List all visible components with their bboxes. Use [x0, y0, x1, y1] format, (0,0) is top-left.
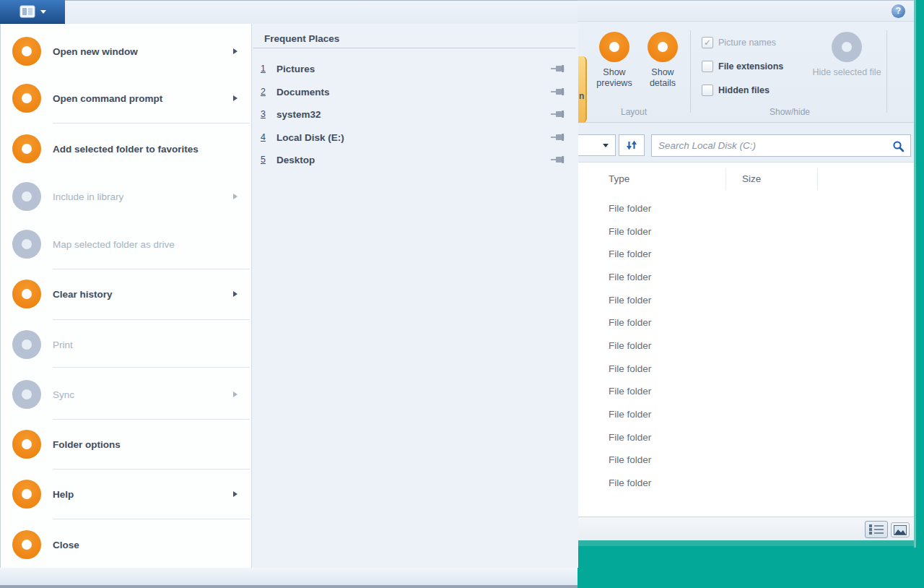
clipped-button-text: n — [579, 91, 584, 101]
checkbox[interactable]: ✓ — [702, 85, 713, 96]
menu-top-strip — [65, 0, 578, 24]
chevron-down-icon — [40, 10, 46, 14]
show-details-button[interactable]: Show details — [639, 32, 687, 89]
menu-item-map-selected-folder-as-drive[interactable]: Map selected folder as drive — [1, 221, 250, 267]
jumplist-item-local-disk-e[interactable]: 4 Local Disk (E:) — [253, 127, 575, 147]
address-dropdown-button[interactable] — [578, 134, 616, 156]
file-row-type-cell[interactable]: File folder — [609, 248, 651, 263]
submenu-arrow-icon — [233, 95, 237, 101]
file-menu-icon — [19, 5, 35, 18]
checkbox-label: File extensions — [718, 61, 783, 72]
pin-icon[interactable] — [551, 88, 567, 95]
menu-item-clear-history[interactable]: Clear history — [1, 271, 250, 317]
menu-item-include-in-library[interactable]: Include in library — [1, 173, 250, 220]
menu-item-print[interactable]: Print — [1, 321, 250, 368]
menu-separator — [53, 319, 250, 320]
file-row-type-cell[interactable]: File folder — [609, 295, 651, 309]
layout-group-label: Layout — [578, 107, 690, 117]
pin-icon[interactable] — [551, 134, 567, 141]
jumplist-item-label: Pictures — [276, 64, 551, 74]
show-hide-group-label: Show/hide — [693, 107, 886, 117]
menu-item-open-command-prompt[interactable]: Open command prompt — [1, 75, 250, 121]
column-separator[interactable] — [817, 168, 818, 190]
jumplist-item-label: Documents — [276, 87, 551, 98]
show-previews-button[interactable]: Show previews — [590, 32, 638, 89]
file-row-type-cell[interactable]: File folder — [609, 203, 651, 217]
menu-item-icon — [12, 430, 41, 459]
submenu-arrow-icon — [233, 48, 237, 54]
checkbox-file-extensions[interactable]: ✓ File extensions — [702, 60, 783, 73]
thumbnails-view-icon — [894, 525, 907, 535]
menu-item-icon — [12, 530, 41, 559]
checkbox[interactable]: ✓ — [702, 61, 713, 72]
file-row-type-cell[interactable]: File folder — [609, 363, 651, 378]
jumplist-item-desktop[interactable]: 5 Desktop — [253, 150, 575, 170]
menu-item-close[interactable]: Close — [1, 522, 250, 568]
file-row-type-cell[interactable]: File folder — [609, 340, 651, 355]
menu-item-label: Add selected folder to favorites — [53, 144, 233, 155]
menu-separator — [53, 367, 250, 368]
details-view-button[interactable] — [865, 521, 888, 538]
help-icon[interactable]: ? — [892, 4, 905, 18]
menu-item-folder-options[interactable]: Folder options — [1, 421, 250, 467]
window-frame-edge — [578, 540, 914, 546]
column-header-size[interactable]: Size — [742, 173, 761, 184]
ribbon-button-label: Show previews — [590, 67, 638, 89]
jumplist-item-key: 1 — [261, 64, 272, 74]
checkmark-icon: ✓ — [704, 38, 711, 47]
jumplist-item-key: 3 — [261, 109, 272, 119]
menu-separator — [53, 419, 250, 420]
file-row-type-cell[interactable]: File folder — [609, 386, 651, 400]
file-row-type-cell[interactable]: File folder — [609, 409, 651, 423]
menu-footer — [0, 568, 578, 585]
pin-icon[interactable] — [551, 111, 567, 118]
file-row-type-cell[interactable]: File folder — [609, 477, 651, 492]
file-row-type-cell[interactable]: File folder — [609, 272, 651, 286]
submenu-arrow-icon — [233, 194, 237, 199]
checkbox-picture-names[interactable]: ✓ Picture names — [702, 36, 776, 49]
column-separator[interactable] — [725, 168, 726, 190]
file-list: Type Size File folderFile folderFile fol… — [578, 163, 915, 516]
checkbox-hidden-files[interactable]: ✓ Hidden files — [702, 84, 770, 97]
menu-item-label: Open command prompt — [53, 93, 233, 104]
search-input[interactable] — [658, 137, 889, 155]
checkbox-label: Hidden files — [718, 85, 770, 95]
jumplist-item-system32[interactable]: 3 system32 — [253, 104, 575, 124]
menu-item-help[interactable]: Help — [1, 471, 250, 517]
hide-selected-file-button: Hide selected file — [811, 32, 883, 78]
frequent-places-title: Frequent Places — [264, 33, 339, 44]
menu-item-icon — [12, 134, 41, 163]
ribbon: n Show previews Show details ✓ Picture n… — [578, 22, 915, 123]
search-icon[interactable] — [892, 140, 905, 152]
ribbon-group-separator — [690, 30, 691, 113]
jumplist-item-documents[interactable]: 2 Documents — [253, 82, 575, 102]
jumplist-item-key: 5 — [261, 155, 272, 165]
menu-item-icon — [12, 480, 41, 509]
ribbon-button-label: Show details — [639, 67, 687, 89]
menu-item-sync[interactable]: Sync — [1, 371, 250, 418]
pin-icon[interactable] — [551, 156, 567, 163]
file-row-type-cell[interactable]: File folder — [609, 454, 651, 469]
jumplist-item-label: system32 — [276, 109, 551, 120]
menu-separator — [53, 469, 250, 470]
thumbnails-view-button[interactable] — [891, 522, 910, 537]
file-menu-button[interactable] — [0, 0, 65, 24]
refresh-button[interactable] — [619, 134, 645, 156]
menu-item-label: Map selected folder as drive — [53, 239, 233, 250]
menu-item-icon — [12, 380, 41, 409]
menu-item-label: Sync — [53, 389, 233, 400]
hide-selected-file-icon — [832, 32, 862, 62]
checkbox[interactable]: ✓ — [702, 37, 713, 48]
ribbon-button-icon — [648, 32, 678, 62]
jumplist-item-pictures[interactable]: 1 Pictures — [253, 59, 575, 79]
menu-item-add-selected-folder-to-favorites[interactable]: Add selected folder to favorites — [1, 126, 250, 172]
file-row-type-cell[interactable]: File folder — [609, 317, 651, 332]
file-row-type-cell[interactable]: File folder — [609, 226, 651, 241]
ribbon-button-icon — [599, 32, 629, 62]
pin-icon[interactable] — [551, 65, 567, 72]
chevron-down-icon — [603, 144, 609, 147]
column-header-type[interactable]: Type — [609, 173, 629, 184]
status-bar — [578, 516, 915, 540]
file-row-type-cell[interactable]: File folder — [609, 432, 651, 446]
menu-item-open-new-window[interactable]: Open new window — [1, 28, 250, 74]
